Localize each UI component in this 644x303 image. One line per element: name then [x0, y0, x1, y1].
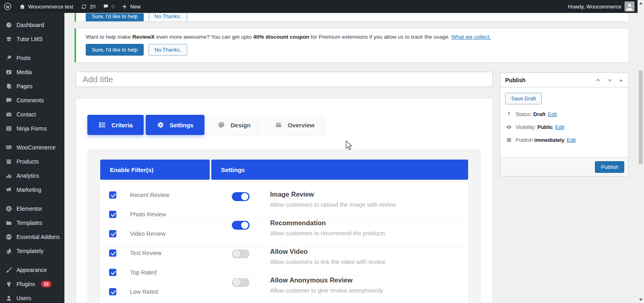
paintbrush-icon: [5, 266, 12, 274]
reviewx-tabs: Criteria Settings Design Overview: [87, 115, 325, 135]
sidebar-item-marketing[interactable]: Marketing: [0, 183, 64, 197]
calendar-icon: [506, 137, 512, 143]
dashboard-icon: [5, 21, 12, 29]
text-review-checkbox[interactable]: [109, 249, 116, 257]
setting-row-image-review: Image Review Allow customers to upload t…: [211, 189, 468, 217]
recommendation-toggle[interactable]: [232, 221, 250, 230]
tab-criteria[interactable]: Criteria: [87, 115, 144, 135]
setting-row-allow-anonymous-review: Allow Anonymous Review Allow customer to…: [211, 274, 468, 303]
move-up-icon[interactable]: [595, 77, 601, 83]
allow-anonymous-review-toggle[interactable]: [232, 278, 250, 287]
update-count: 20: [90, 4, 95, 10]
recent-review-checkbox[interactable]: [109, 191, 116, 199]
edit-schedule-link[interactable]: Edit: [567, 137, 576, 143]
sidebar-item-posts[interactable]: Posts: [0, 51, 64, 65]
top-rated-checkbox[interactable]: [109, 269, 116, 276]
eye-icon: [506, 124, 512, 130]
sidebar-item-appearance[interactable]: Appearance: [0, 263, 64, 277]
wordpress-menu[interactable]: W: [0, 0, 15, 13]
photo-review-checkbox[interactable]: [109, 211, 116, 218]
wordpress-logo-icon: W: [4, 2, 12, 10]
wordpress-admin-screen: W Woocommerce test 20 0 New: [0, 0, 644, 303]
sidebar-item-media[interactable]: Media: [0, 65, 64, 79]
scrollbar-up-arrow[interactable]: [638, 0, 644, 6]
updates-indicator[interactable]: 20: [77, 0, 99, 13]
allow-video-toggle[interactable]: [232, 249, 250, 258]
reviewx-tracking-notice: Want to help make ReviewX even more awes…: [74, 28, 629, 62]
sidebar-item-products[interactable]: Products: [0, 154, 64, 168]
decline-tracking-button[interactable]: No Thanks.: [149, 13, 187, 22]
binoculars-icon: [275, 121, 283, 129]
filter-row-photo-review: Photo Review: [100, 205, 211, 224]
sidebar-item-dashboard[interactable]: Dashboard: [0, 18, 64, 32]
user-icon: [5, 295, 12, 302]
publish-panel: Publish Save Draft Status: Draft Edit Vi…: [500, 73, 629, 176]
publish-button[interactable]: Publish: [595, 161, 624, 173]
post-title-input[interactable]: [76, 72, 493, 87]
what-we-collect-link[interactable]: What we collect.: [451, 34, 491, 40]
sidebar-item-woocommerce[interactable]: Woo WooCommerce: [0, 140, 64, 154]
form-icon: [5, 125, 12, 132]
sidebar-item-pages[interactable]: Pages: [0, 79, 64, 93]
account-menu[interactable]: Howdy, Woocommerce: [568, 2, 638, 11]
filter-row-top-rated: Top Rated: [100, 263, 211, 282]
site-link[interactable]: Woocommerce test: [15, 0, 77, 13]
archive-box-icon: [5, 158, 12, 165]
templately-icon: [5, 247, 12, 255]
sidebar-item-plugins[interactable]: Plugins 15: [0, 277, 64, 291]
pages-icon: [5, 83, 12, 90]
admin-sidebar: Dashboard Tutor LMS Posts Media Pages Co…: [0, 13, 64, 303]
schedule-row: Publish immediately Edit: [506, 137, 623, 143]
plugins-update-badge: 15: [41, 281, 52, 287]
list-icon: [98, 121, 106, 129]
collapse-panel-icon[interactable]: [619, 78, 623, 83]
admin-bar: W Woocommerce test 20 0 New: [0, 0, 638, 13]
image-review-toggle[interactable]: [232, 192, 250, 201]
sidebar-item-contact[interactable]: Contact: [0, 107, 64, 121]
setting-row-recommendation: Recommendation Allow customers to recomm…: [211, 217, 468, 246]
sidebar-item-templates[interactable]: Templates: [0, 216, 64, 230]
filter-row-text-review: Text Review: [100, 243, 211, 263]
comment-bubble-icon: [5, 97, 12, 104]
bar-chart-icon: [5, 172, 12, 179]
graduation-cap-icon: [5, 35, 12, 43]
sidebar-item-ninja-forms[interactable]: Ninja Forms: [0, 121, 64, 135]
accept-tracking-button[interactable]: Sure, I'd like to help: [86, 13, 144, 22]
sidebar-item-analytics[interactable]: Analytics: [0, 168, 64, 183]
save-draft-button[interactable]: Save Draft: [505, 93, 542, 104]
sidebar-item-templately[interactable]: Templately: [0, 244, 64, 258]
setting-row-allow-video: Allow Video Allow customers to link the …: [211, 246, 468, 274]
sidebar-item-elementor[interactable]: Elementor: [0, 201, 64, 216]
edit-visibility-link[interactable]: Edit: [555, 124, 564, 130]
low-rated-checkbox[interactable]: [109, 288, 116, 295]
comment-icon: [103, 3, 109, 10]
svg-text:EA: EA: [7, 235, 11, 238]
page-scrollbar: [638, 0, 644, 303]
sidebar-item-essential-addons[interactable]: EA Essential Addons: [0, 230, 64, 244]
filter-row-low-rated: Low Rated: [100, 282, 211, 301]
edit-status-link[interactable]: Edit: [548, 111, 557, 117]
notice-clipped: Sure, I'd like to help No Thanks.: [74, 13, 629, 22]
accept-tracking-button[interactable]: Sure, I'd like to help: [86, 44, 144, 56]
visibility-row: Visibility: Public Edit: [506, 124, 623, 130]
plus-icon: [122, 4, 128, 10]
svg-text:Woo: Woo: [7, 146, 11, 148]
reviewx-editor-card: Criteria Settings Design Overview Enable…: [76, 98, 493, 303]
decline-tracking-button[interactable]: No Thanks.: [149, 44, 187, 56]
comments-indicator[interactable]: 0: [99, 0, 118, 13]
video-review-checkbox[interactable]: [109, 230, 116, 237]
notice-message: Want to help make ReviewX even more awes…: [86, 34, 620, 40]
scrollbar-thumb[interactable]: [639, 71, 643, 164]
tab-design[interactable]: Design: [206, 115, 262, 135]
sidebar-item-users[interactable]: Users: [0, 291, 64, 303]
tab-overview[interactable]: Overview: [264, 115, 326, 135]
sidebar-item-tutor-lms[interactable]: Tutor LMS: [0, 32, 64, 46]
filters-column: Recent Review Photo Review Video Review: [100, 180, 211, 301]
tab-settings[interactable]: Settings: [146, 115, 204, 135]
folder-icon: [5, 219, 12, 226]
new-content-menu[interactable]: New: [118, 0, 144, 13]
sidebar-item-comments[interactable]: Comments: [0, 93, 64, 107]
scrollbar-down-arrow[interactable]: [638, 297, 644, 303]
move-down-icon[interactable]: [607, 77, 613, 83]
sidebar-separator: [0, 258, 64, 263]
